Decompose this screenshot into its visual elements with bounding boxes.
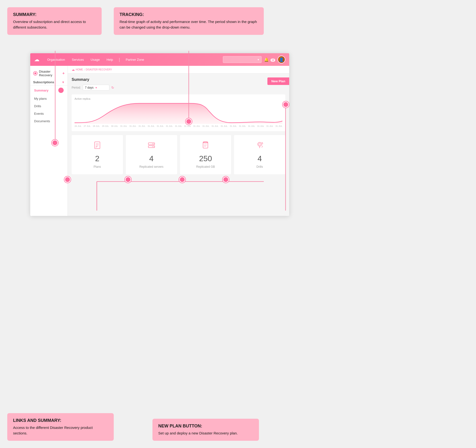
content-area: New Plan Summary Period: 7 days ▼ ↻ Acti… <box>68 74 289 178</box>
search-dropdown-arrow: ▼ <box>257 58 260 61</box>
svg-point-14 <box>152 144 153 144</box>
sidebar-dropdown-label: Subscriptions <box>33 80 54 84</box>
tooltip-tracking-title: TRACKING: <box>120 12 258 17</box>
annotation-dot-tracking <box>186 118 192 125</box>
sidebar-dropdown-arrow: ▼ <box>62 81 65 84</box>
tooltip-summary: SUMMARY: Overview of subscription and di… <box>7 7 102 35</box>
sidebar-item-myplans-label: My plans <box>34 97 47 100</box>
tooltip-links: LINKS AND SUMMARY: Access to the differe… <box>7 413 114 441</box>
tooltip-links-body: Access to the different Disaster Recover… <box>13 425 108 436</box>
navbar-link-partner[interactable]: Partner Zone <box>123 56 147 63</box>
chart-area <box>75 102 282 124</box>
tooltip-tracking: TRACKING: Real-time graph of activity an… <box>114 7 264 35</box>
annotation-dot-plans <box>64 176 71 183</box>
breadcrumb-home[interactable]: HOME <box>76 68 83 71</box>
svg-point-23 <box>259 143 261 145</box>
navbar-search[interactable]: ▼ <box>223 56 262 63</box>
stats-grid: 2 Plans <box>72 135 285 174</box>
drills-icon <box>255 141 264 151</box>
sidebar: Disaster Recovery + Subscriptions ▼ Summ… <box>30 66 68 216</box>
content-title: Summary <box>72 77 285 82</box>
replicated-servers-icon <box>147 141 156 151</box>
svg-point-16 <box>153 146 154 147</box>
breadcrumb: ☁ HOME / DISASTER RECOVERY <box>68 66 289 74</box>
sidebar-item-documents[interactable]: Documents <box>30 117 68 125</box>
tooltip-links-title: LINKS AND SUMMARY: <box>13 418 108 423</box>
stat-card-replicated-gb[interactable]: 250 Replicated GB <box>180 135 231 174</box>
tooltip-newplan-body: Set up and deploy a new Disaster Recover… <box>158 431 253 436</box>
sidebar-item-events-label: Events <box>34 112 44 115</box>
navbar-link-usage[interactable]: Usage <box>88 56 103 63</box>
navbar-separator: | <box>119 57 120 62</box>
svg-point-13 <box>153 144 154 144</box>
user-avatar[interactable]: 👤 <box>278 56 285 63</box>
stat-drills-number: 4 <box>257 154 262 163</box>
sidebar-item-myplans[interactable]: My plans <box>30 95 68 102</box>
sidebar-item-summary[interactable]: Summary <box>30 86 68 95</box>
tooltip-tracking-body: Real-time graph of activity and performa… <box>120 19 258 30</box>
annotation-dot-newplan <box>283 101 289 108</box>
navbar-link-services[interactable]: Services <box>69 56 87 63</box>
stat-servers-number: 4 <box>149 154 154 163</box>
annotation-dot-summary <box>52 140 58 146</box>
sidebar-item-drills[interactable]: Drills <box>30 102 68 110</box>
navbar: ☁ Organisation Services Usage Help | Par… <box>30 53 289 66</box>
notification-count: 12 <box>271 59 275 62</box>
home-icon: ☁ <box>72 68 75 71</box>
annotation-dot-servers <box>125 176 131 183</box>
tooltip-newplan-title: NEW PLAN BUTTON: <box>158 424 253 429</box>
sidebar-item-drills-label: Drills <box>34 104 41 108</box>
app-body: Disaster Recovery + Subscriptions ▼ Summ… <box>30 66 289 216</box>
period-label: Period: <box>72 86 81 89</box>
app-logo: ☁ <box>34 56 39 63</box>
sidebar-item-summary-label: Summary <box>34 89 48 92</box>
period-value: 7 days <box>85 86 93 89</box>
sidebar-section-dr[interactable]: Disaster Recovery + <box>30 68 68 79</box>
svg-point-17 <box>152 146 153 147</box>
new-plan-button[interactable]: New Plan <box>267 77 289 85</box>
period-select[interactable]: 7 days ▼ <box>83 85 109 91</box>
app-window: ☁ Organisation Services Usage Help | Par… <box>30 53 289 216</box>
stat-plans-number: 2 <box>95 154 99 163</box>
stat-drills-label: Drills <box>257 165 263 168</box>
stat-card-replicated-servers[interactable]: 4 Replicated servers <box>126 135 177 174</box>
sidebar-section-title: Disaster Recovery <box>39 70 61 77</box>
annotation-dot-drills <box>223 176 229 183</box>
sidebar-item-documents-label: Documents <box>34 119 50 123</box>
stat-plans-label: Plans <box>94 165 101 168</box>
stat-gb-label: Replicated GB <box>196 165 215 168</box>
navbar-link-organisation[interactable]: Organisation <box>44 56 68 63</box>
chart-label: Active replica <box>75 97 282 100</box>
svg-rect-8 <box>95 142 100 149</box>
sidebar-active-indicator <box>58 88 64 93</box>
annotation-dot-gb <box>179 176 185 183</box>
plans-icon <box>93 141 102 151</box>
main-content: ☁ HOME / DISASTER RECOVERY New Plan Summ… <box>68 66 289 216</box>
navbar-right: ▼ 🔔 12 👤 <box>223 56 285 63</box>
stat-card-plans[interactable]: 2 Plans <box>72 135 123 174</box>
navbar-link-help[interactable]: Help <box>104 56 116 63</box>
replicated-gb-icon <box>201 141 210 151</box>
stat-gb-number: 250 <box>199 154 212 163</box>
refresh-icon[interactable]: ↻ <box>111 86 114 90</box>
navbar-notifications[interactable]: 🔔 12 <box>264 57 275 62</box>
tooltip-summary-title: SUMMARY: <box>13 12 96 17</box>
sidebar-item-events[interactable]: Events <box>30 110 68 117</box>
period-select-arrow: ▼ <box>95 86 97 89</box>
period-row: Period: 7 days ▼ ↻ <box>72 85 285 91</box>
sidebar-plus-icon[interactable]: + <box>62 71 65 76</box>
sidebar-dropdown-subscriptions[interactable]: Subscriptions ▼ <box>30 79 68 86</box>
svg-point-22 <box>258 142 262 146</box>
breadcrumb-separator: / <box>84 68 85 71</box>
tooltip-summary-body: Overview of subscription and direct acce… <box>13 19 96 30</box>
chart-section: Active replica <box>72 94 285 131</box>
navbar-links: Organisation Services Usage Help | Partn… <box>44 56 223 63</box>
chart-dates: 26 JUL 27 JUL 28 JUL 29 JUL 30 JUL 31 JU… <box>75 124 282 128</box>
tooltip-newplan: NEW PLAN BUTTON: Set up and deploy a new… <box>152 419 259 441</box>
stat-card-drills[interactable]: 4 Drills <box>234 135 285 174</box>
breadcrumb-current: DISASTER RECOVERY <box>86 68 112 71</box>
dr-section-icon <box>33 71 38 76</box>
stat-servers-label: Replicated servers <box>139 165 163 168</box>
